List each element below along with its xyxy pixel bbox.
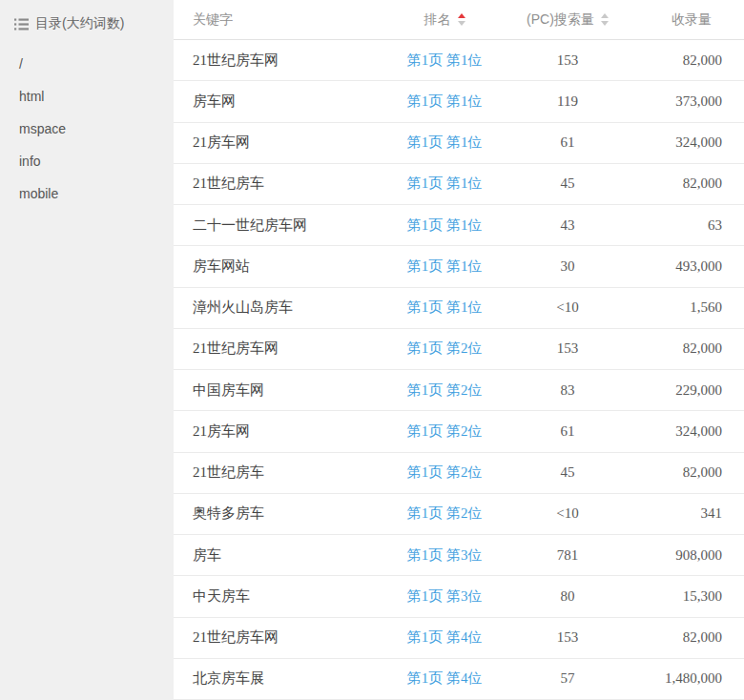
- pc-search-volume-cell: 61: [511, 134, 624, 151]
- table-row: 21世纪房车 第1页 第2位 45 82,000: [174, 453, 744, 494]
- pc-search-volume-cell: <10: [511, 505, 624, 522]
- pc-search-volume-cell: 153: [511, 52, 624, 69]
- keyword-cell: 21世纪房车网: [174, 628, 378, 647]
- sort-control-rank[interactable]: [458, 13, 465, 26]
- pc-search-volume-cell: 45: [511, 464, 624, 481]
- rank-link[interactable]: 第1页 第1位: [407, 216, 483, 235]
- table-row: 漳州火山岛房车 第1页 第1位 <10 1,560: [174, 288, 744, 329]
- sort-desc-icon[interactable]: [601, 21, 609, 26]
- keyword-cell: 房车网站: [174, 257, 378, 276]
- pc-search-volume-cell: 153: [511, 629, 624, 646]
- indexed-count-cell: 82,000: [624, 52, 744, 69]
- sidebar-item-label: /: [19, 56, 23, 72]
- sidebar-item[interactable]: mspace: [0, 113, 174, 145]
- table-header-row: 关键字 排名 (PC)搜索量 收录量: [174, 0, 744, 40]
- sidebar-header: 目录(大约词数): [0, 0, 174, 40]
- indexed-count-cell: 324,000: [624, 423, 744, 440]
- table-row: 二十一世纪房车网 第1页 第1位 43 63: [174, 205, 744, 246]
- sidebar-item-label: html: [19, 89, 44, 104]
- indexed-count-cell: 82,000: [624, 629, 744, 646]
- rank-link[interactable]: 第1页 第3位: [407, 546, 483, 565]
- table-row: 奥特多房车 第1页 第2位 <10 341: [174, 494, 744, 535]
- keyword-cell: 21世纪房车: [174, 175, 378, 193]
- list-icon: [14, 18, 29, 31]
- indexed-count-cell: 82,000: [624, 175, 744, 192]
- keyword-cell: 二十一世纪房车网: [174, 216, 378, 235]
- keyword-cell: 中国房车网: [174, 381, 378, 400]
- table-row: 北京房车展 第1页 第4位 57 1,480,000: [174, 659, 744, 700]
- sidebar-directory-list: / html mspace info mobile: [0, 48, 174, 210]
- sidebar-item-label: info: [19, 154, 41, 169]
- indexed-count-cell: 373,000: [624, 93, 744, 110]
- pc-search-volume-cell: 83: [511, 382, 624, 399]
- col-header-indexed: 收录量: [624, 11, 744, 29]
- sort-control-pc-search[interactable]: [601, 13, 609, 26]
- rank-link[interactable]: 第1页 第4位: [407, 669, 483, 688]
- pc-search-volume-cell: 80: [511, 588, 624, 605]
- indexed-count-cell: 493,000: [624, 258, 744, 275]
- rank-link[interactable]: 第1页 第1位: [407, 299, 483, 317]
- keyword-cell: 房车网: [174, 93, 378, 111]
- rank-link[interactable]: 第1页 第1位: [407, 134, 483, 152]
- table-row: 21世纪房车网 第1页 第2位 153 82,000: [174, 329, 744, 370]
- col-header-keyword: 关键字: [174, 11, 378, 29]
- pc-search-volume-cell: 57: [511, 670, 624, 687]
- rank-link[interactable]: 第1页 第2位: [407, 340, 483, 358]
- table-row: 房车网 第1页 第1位 119 373,000: [174, 81, 744, 122]
- keyword-rank-table: 关键字 排名 (PC)搜索量 收录量: [174, 0, 744, 700]
- keyword-cell: 中天房车: [174, 587, 378, 606]
- table-row: 21房车网 第1页 第2位 61 324,000: [174, 411, 744, 452]
- pc-search-volume-cell: <10: [511, 299, 624, 316]
- sort-asc-icon[interactable]: [601, 13, 609, 18]
- keyword-cell: 房车: [174, 546, 378, 565]
- rank-link[interactable]: 第1页 第1位: [407, 175, 483, 193]
- rank-link[interactable]: 第1页 第1位: [407, 51, 483, 70]
- keyword-cell: 漳州火山岛房车: [174, 299, 378, 317]
- pc-search-volume-cell: 45: [511, 175, 624, 192]
- sidebar-title: 目录(大约词数): [35, 15, 124, 32]
- col-header-rank-label: 排名: [424, 11, 451, 29]
- rank-link[interactable]: 第1页 第2位: [407, 463, 483, 482]
- keyword-cell: 北京房车展: [174, 669, 378, 688]
- pc-search-volume-cell: 61: [511, 423, 624, 440]
- rank-link[interactable]: 第1页 第2位: [407, 504, 483, 523]
- sidebar-item-label: mobile: [19, 186, 58, 201]
- table-row: 中天房车 第1页 第3位 80 15,300: [174, 576, 744, 617]
- indexed-count-cell: 15,300: [624, 588, 744, 605]
- indexed-count-cell: 324,000: [624, 134, 744, 151]
- pc-search-volume-cell: 153: [511, 340, 624, 357]
- indexed-count-cell: 1,560: [624, 299, 744, 316]
- table-row: 21世纪房车网 第1页 第1位 153 82,000: [174, 40, 744, 81]
- keyword-cell: 奥特多房车: [174, 504, 378, 523]
- rank-link[interactable]: 第1页 第1位: [407, 257, 483, 276]
- sidebar: 目录(大约词数) / html mspace info: [0, 0, 174, 700]
- rank-link[interactable]: 第1页 第2位: [407, 381, 483, 400]
- col-header-pc-search[interactable]: (PC)搜索量: [511, 11, 624, 29]
- indexed-count-cell: 82,000: [624, 340, 744, 357]
- sidebar-item[interactable]: info: [0, 145, 174, 177]
- app-window: 目录(大约词数) / html mspace info: [0, 0, 744, 700]
- indexed-count-cell: 908,000: [624, 547, 744, 564]
- sidebar-item[interactable]: /: [0, 48, 174, 80]
- rank-link[interactable]: 第1页 第3位: [407, 587, 483, 606]
- pc-search-volume-cell: 30: [511, 258, 624, 275]
- table-row: 房车 第1页 第3位 781 908,000: [174, 535, 744, 576]
- sort-asc-icon[interactable]: [458, 13, 465, 18]
- pc-search-volume-cell: 43: [511, 217, 624, 234]
- sidebar-item[interactable]: mobile: [0, 177, 174, 210]
- rank-link[interactable]: 第1页 第4位: [407, 628, 483, 647]
- table-row: 房车网站 第1页 第1位 30 493,000: [174, 246, 744, 287]
- rank-link[interactable]: 第1页 第1位: [407, 93, 483, 111]
- keyword-cell: 21房车网: [174, 422, 378, 441]
- sidebar-item-label: mspace: [19, 121, 66, 136]
- col-header-rank[interactable]: 排名: [378, 11, 511, 29]
- indexed-count-cell: 229,000: [624, 382, 744, 399]
- table-row: 21房车网 第1页 第1位 61 324,000: [174, 123, 744, 164]
- col-header-indexed-label: 收录量: [672, 11, 712, 29]
- table-row: 21世纪房车 第1页 第1位 45 82,000: [174, 164, 744, 205]
- keyword-cell: 21世纪房车网: [174, 51, 378, 70]
- rank-link[interactable]: 第1页 第2位: [407, 422, 483, 441]
- sidebar-item[interactable]: html: [0, 80, 174, 113]
- indexed-count-cell: 63: [624, 217, 744, 234]
- sort-desc-icon[interactable]: [458, 21, 465, 26]
